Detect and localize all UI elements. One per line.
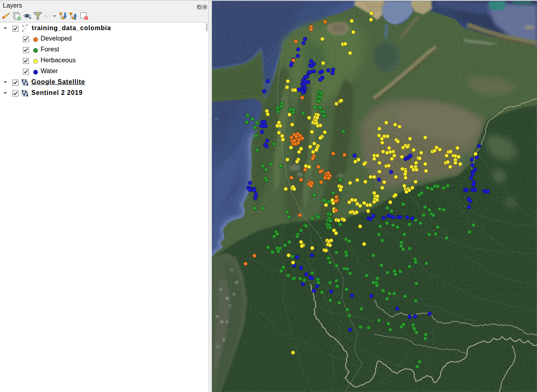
svg-text:ε: ε: [44, 12, 46, 19]
